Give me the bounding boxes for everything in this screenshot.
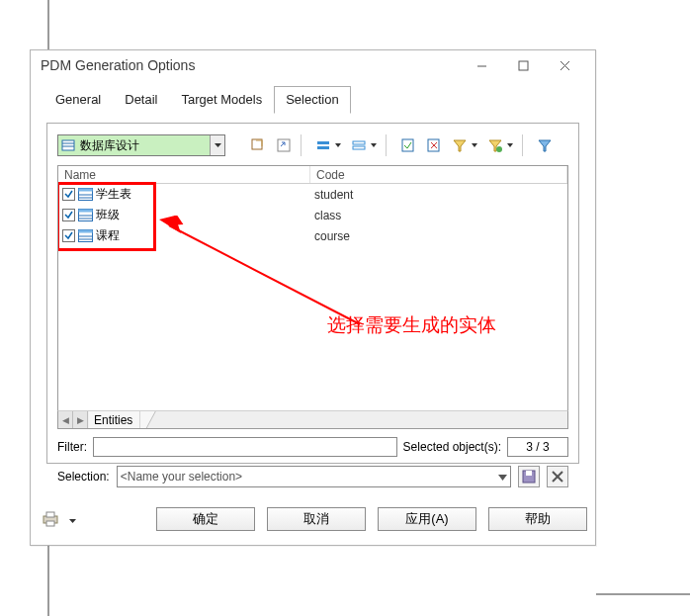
row-code: class: [310, 209, 567, 222]
grid-footer: ◀ ▶ Entities: [57, 410, 568, 429]
row-name: 班级: [96, 207, 120, 223]
table-icon: [78, 229, 93, 242]
row-code: course: [310, 229, 567, 243]
table-row[interactable]: 班级 class: [58, 205, 567, 225]
svg-rect-9: [278, 139, 290, 151]
apply-button[interactable]: 应用(A): [378, 507, 476, 531]
model-name: 数据库设计: [78, 137, 210, 154]
svg-marker-24: [507, 143, 513, 147]
tab-panel-selection: 数据库设计: [46, 123, 579, 464]
filter-button[interactable]: [449, 134, 471, 156]
bottom-bar: 确定 取消 应用(A) 帮助: [39, 505, 587, 533]
entities-grid[interactable]: Name Code 学生表 student 班级: [57, 165, 568, 410]
include-shortcuts-button[interactable]: [273, 134, 295, 156]
svg-rect-47: [46, 512, 54, 517]
svg-marker-41: [498, 475, 507, 481]
tab-detail[interactable]: Detail: [113, 86, 169, 114]
svg-rect-35: [79, 230, 93, 233]
checkbox[interactable]: [62, 188, 75, 201]
grid-header: Name Code: [58, 166, 567, 184]
minimize-button[interactable]: [461, 53, 502, 77]
delete-selection-button[interactable]: [547, 466, 568, 487]
scroll-tab-right-icon[interactable]: ▶: [73, 411, 88, 428]
annotation-text: 选择需要生成的实体: [327, 312, 496, 338]
window-title: PDM Generation Options: [41, 57, 461, 73]
selected-objects-label: Selected object(s):: [403, 440, 501, 454]
cancel-button[interactable]: 取消: [267, 507, 366, 531]
filter-label: Filter:: [57, 440, 87, 454]
svg-rect-48: [46, 521, 54, 526]
svg-rect-14: [353, 146, 365, 149]
toolbar: 数据库设计: [57, 132, 568, 159]
svg-rect-10: [317, 141, 329, 144]
svg-rect-43: [526, 471, 532, 476]
maximize-button[interactable]: [502, 53, 544, 77]
include-subpackages-button[interactable]: [247, 134, 269, 156]
select-unchecked-button[interactable]: [423, 134, 445, 156]
print-icon[interactable]: [39, 508, 62, 530]
table-row[interactable]: 学生表 student: [58, 184, 567, 205]
chevron-down-icon[interactable]: [498, 470, 507, 484]
row-code: student: [310, 188, 567, 202]
row-name: 学生表: [96, 186, 131, 203]
tab-selection[interactable]: Selection: [274, 86, 350, 114]
grid-tab-entities[interactable]: Entities: [89, 411, 140, 428]
customize-columns-button[interactable]: [534, 134, 556, 156]
svg-rect-4: [62, 140, 74, 150]
table-row[interactable]: 课程 course: [58, 225, 567, 246]
svg-point-23: [496, 146, 502, 152]
dialog-window: PDM Generation Options General Detail Ta…: [30, 49, 596, 546]
svg-rect-16: [402, 139, 413, 151]
ok-button[interactable]: 确定: [156, 507, 255, 531]
svg-rect-31: [79, 210, 93, 213]
svg-rect-27: [79, 189, 93, 192]
select-checked-button[interactable]: [397, 134, 419, 156]
deselect-all-button[interactable]: [348, 134, 370, 156]
svg-marker-15: [371, 143, 377, 147]
help-button[interactable]: 帮助: [488, 507, 587, 531]
grid-body: 学生表 student 班级 class 课程: [58, 184, 567, 246]
model-icon: [60, 137, 76, 153]
tab-bar: General Detail Target Models Selection: [31, 80, 595, 114]
selection-label: Selection:: [57, 470, 110, 484]
close-button[interactable]: [544, 53, 585, 77]
tab-target-models[interactable]: Target Models: [170, 86, 275, 114]
svg-marker-12: [335, 143, 341, 147]
checkbox[interactable]: [62, 229, 75, 242]
scroll-tab-left-icon[interactable]: ◀: [58, 411, 73, 428]
svg-marker-25: [539, 140, 551, 151]
tab-general[interactable]: General: [43, 86, 113, 114]
svg-marker-7: [215, 143, 221, 147]
checkbox[interactable]: [62, 209, 75, 221]
svg-marker-49: [69, 519, 76, 523]
selected-count: 3 / 3: [507, 437, 568, 457]
svg-marker-21: [472, 143, 477, 147]
save-selection-button[interactable]: [518, 466, 540, 487]
selection-placeholder: <Name your selection>: [121, 470, 498, 484]
selection-combo[interactable]: <Name your selection>: [117, 466, 511, 487]
select-all-button[interactable]: [312, 134, 334, 156]
col-header-code[interactable]: Code: [310, 166, 567, 183]
table-icon: [78, 188, 93, 201]
model-selector[interactable]: 数据库设计: [57, 134, 225, 156]
svg-rect-1: [519, 61, 528, 70]
row-name: 课程: [96, 227, 120, 244]
titlebar: PDM Generation Options: [31, 50, 595, 80]
filter-input[interactable]: [93, 437, 397, 457]
advanced-filter-button[interactable]: [484, 134, 506, 156]
svg-rect-11: [317, 146, 329, 149]
table-icon: [78, 209, 93, 221]
chevron-down-icon[interactable]: [210, 135, 224, 155]
svg-marker-20: [454, 140, 466, 151]
chevron-down-icon[interactable]: [69, 512, 76, 526]
svg-rect-13: [353, 141, 365, 144]
col-header-name[interactable]: Name: [58, 166, 310, 183]
